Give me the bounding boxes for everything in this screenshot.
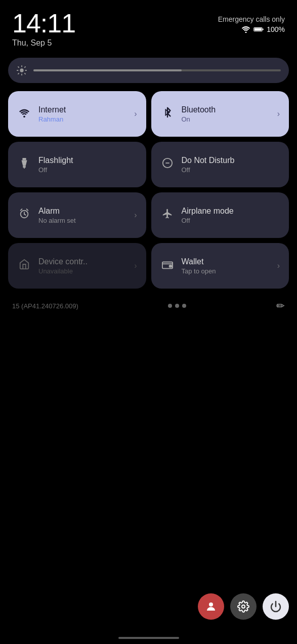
quick-settings-grid: Internet Rahman › Bluetooth On › [8, 91, 289, 289]
emergency-text: Emergency calls only [218, 15, 285, 23]
svg-marker-7 [22, 160, 27, 166]
bottom-bar: 15 (AP41.240726.009) ✏ [0, 293, 297, 319]
devicecontrol-tile[interactable]: Device contr.. Unavailable › [8, 243, 146, 289]
svg-rect-3 [254, 28, 262, 31]
svg-line-15 [21, 209, 22, 211]
bluetooth-title: Bluetooth [182, 105, 270, 114]
bluetooth-tile-text: Bluetooth On [182, 105, 270, 123]
flashlight-title: Flashlight [38, 155, 137, 165]
user-button[interactable] [198, 593, 224, 620]
svg-rect-2 [263, 29, 264, 30]
wallet-tile-text: Wallet Tap to open [182, 257, 270, 275]
user-icon [205, 600, 217, 613]
bluetooth-arrow: › [277, 109, 280, 118]
wallet-arrow: › [277, 261, 280, 270]
alarm-title: Alarm [38, 206, 127, 216]
svg-point-19 [209, 602, 213, 607]
wifi-icon [241, 26, 250, 33]
airplane-subtitle: Off [182, 217, 280, 224]
alarm-subtitle: No alarm set [38, 217, 127, 224]
svg-point-5 [23, 116, 25, 118]
status-icons: 100% [241, 25, 285, 33]
brightness-icon [16, 65, 27, 76]
build-info: 15 (AP41.240726.009) [12, 302, 78, 310]
dnd-icon [160, 157, 175, 172]
wallet-icon [160, 259, 175, 272]
flashlight-tile[interactable]: Flashlight Off [8, 142, 146, 187]
settings-button[interactable] [230, 593, 257, 620]
clock: 14:11 [12, 10, 75, 36]
bluetooth-subtitle: On [182, 115, 270, 123]
airplane-title: Airplane mode [182, 206, 280, 216]
svg-point-0 [245, 32, 247, 33]
brightness-slider[interactable] [8, 58, 289, 83]
internet-tile[interactable]: Internet Rahman › [8, 91, 146, 137]
dnd-tile-text: Do Not Disturb Off [182, 155, 280, 174]
devicecontrol-subtitle: Unavailable [38, 267, 127, 275]
airplane-tile[interactable]: Airplane mode Off [151, 192, 289, 238]
dot-2 [175, 304, 179, 308]
wallet-title: Wallet [182, 257, 270, 266]
airplane-tile-text: Airplane mode Off [182, 206, 280, 224]
devicecontrol-arrow: › [134, 261, 137, 270]
dnd-subtitle: Off [182, 166, 280, 174]
home-icon [17, 259, 31, 273]
settings-icon [237, 600, 249, 613]
flashlight-subtitle: Off [38, 166, 137, 174]
airplane-icon [160, 208, 175, 222]
status-bar: 14:11 Thu, Sep 5 Emergency calls only 10… [0, 0, 297, 52]
flashlight-tile-text: Flashlight Off [38, 155, 137, 174]
svg-point-20 [242, 605, 245, 608]
brightness-fill [33, 69, 182, 71]
internet-subtitle: Rahman [38, 115, 127, 123]
wallet-tile[interactable]: Wallet Tap to open › [151, 243, 289, 289]
home-indicator [118, 637, 179, 639]
battery-icon [253, 26, 264, 33]
svg-rect-6 [22, 158, 26, 160]
bluetooth-icon [160, 107, 175, 121]
internet-icon [17, 107, 31, 120]
devicecontrol-title: Device contr.. [38, 257, 127, 266]
svg-line-16 [27, 209, 28, 211]
internet-arrow: › [134, 109, 137, 118]
svg-rect-8 [23, 166, 26, 168]
internet-tile-text: Internet Rahman [38, 105, 127, 123]
dot-3 [182, 304, 186, 308]
status-left: 14:11 Thu, Sep 5 [12, 10, 75, 48]
dnd-title: Do Not Disturb [182, 155, 280, 165]
svg-rect-18 [169, 265, 172, 267]
flashlight-icon [17, 157, 31, 172]
alarm-tile-text: Alarm No alarm set [38, 206, 127, 224]
brightness-track[interactable] [33, 69, 281, 71]
alarm-tile[interactable]: Alarm No alarm set › [8, 192, 146, 238]
bottom-actions [198, 593, 289, 620]
svg-point-4 [20, 68, 23, 72]
alarm-icon [17, 208, 31, 222]
svg-line-14 [24, 214, 26, 215]
dot-1 [168, 304, 172, 308]
page-dots[interactable] [168, 304, 186, 308]
bluetooth-tile[interactable]: Bluetooth On › [151, 91, 289, 137]
power-icon [270, 600, 282, 613]
alarm-arrow: › [134, 211, 137, 220]
wallet-subtitle: Tap to open [182, 267, 270, 275]
power-button[interactable] [263, 593, 289, 620]
edit-button[interactable]: ✏ [276, 300, 285, 312]
status-right: Emergency calls only 100% [218, 10, 285, 33]
dnd-tile[interactable]: Do Not Disturb Off [151, 142, 289, 187]
battery-percent: 100% [267, 25, 285, 33]
date: Thu, Sep 5 [12, 38, 75, 48]
devicecontrol-tile-text: Device contr.. Unavailable [38, 257, 127, 275]
internet-title: Internet [38, 105, 127, 114]
